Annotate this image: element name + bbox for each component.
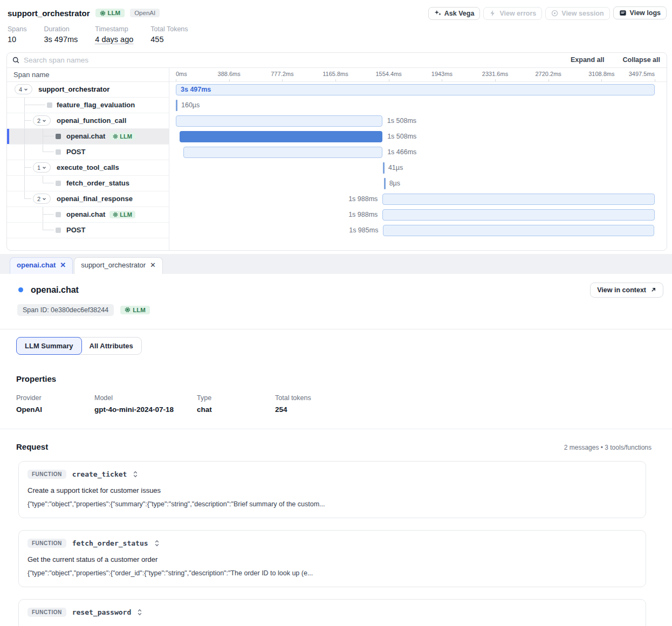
action-button-view-logs[interactable]: View logs <box>613 6 667 19</box>
request-meta: 2 messages • 3 tools/functions <box>564 444 652 451</box>
span-timeline-cell: 41µs <box>169 160 667 176</box>
property-model: Modelgpt-4o-mini-2024-07-18 <box>94 394 197 414</box>
span-name: fetch_order_status <box>66 179 129 187</box>
view-in-context-button[interactable]: View in context <box>590 283 663 298</box>
span-row[interactable]: 2openai_function_call1s 508ms <box>7 113 667 129</box>
axis-tick-mark <box>548 79 549 81</box>
duration-bar[interactable] <box>176 84 655 95</box>
search-input[interactable]: Search span names <box>24 56 552 64</box>
axis-tick-mark <box>389 79 389 81</box>
function-card: FUNCTIONcreate_ticketCreate a support ti… <box>18 461 646 518</box>
span-collapse-toggle[interactable]: 4 <box>15 84 32 94</box>
span-row[interactable]: openai.chatLLM1s 988ms <box>7 207 667 223</box>
duration-bar[interactable] <box>183 147 382 158</box>
properties-heading: Properties <box>16 374 672 383</box>
duration-bar[interactable] <box>384 178 386 189</box>
span-row[interactable]: 2openai_final_response1s 988ms <box>7 191 667 207</box>
span-name: openai_final_response <box>57 195 133 203</box>
collapse-all-button[interactable]: Collapse all <box>623 56 660 64</box>
span-leaf-icon <box>47 102 52 108</box>
tree-elbow-line <box>43 129 54 136</box>
span-row[interactable]: 4support_orchestrator3s 497ms <box>7 82 667 98</box>
action-button-view-errors[interactable]: View errors <box>483 7 542 20</box>
span-collapse-toggle[interactable]: 2 <box>33 194 51 204</box>
tree-guide-line <box>24 145 25 160</box>
detail-tab-support_orchestrator[interactable]: support_orchestrator✕ <box>74 257 163 274</box>
span-row[interactable]: feature_flag_evaluation160µs <box>7 98 667 113</box>
stat-spans: Spans10 <box>8 25 26 44</box>
axis-tick-label: 3108.8ms <box>588 71 614 77</box>
span-row[interactable]: fetch_order_status8µs <box>7 176 667 191</box>
span-timeline-cell: 8µs <box>169 176 667 191</box>
span-tree-cell[interactable]: 4support_orchestrator <box>7 82 169 98</box>
property-value: 254 <box>275 405 672 414</box>
timeline-axis: 0ms388.6ms777.2ms1165.8ms1554.4ms1943ms2… <box>169 68 667 81</box>
span-name: support_orchestrator <box>38 85 109 93</box>
stat-label: Total Tokens <box>150 25 188 33</box>
axis-tick-mark <box>229 79 230 81</box>
span-tree-cell[interactable]: 2openai_function_call <box>7 113 169 129</box>
detail-span-title: openai.chat <box>31 285 79 295</box>
page-title: support_orchestrator <box>8 9 90 18</box>
span-tree-cell[interactable]: openai.chatLLM <box>7 129 169 145</box>
timeline-track: 41µs <box>176 160 655 176</box>
stat-value: 3s 497ms <box>44 35 78 44</box>
span-row[interactable]: POST1s 466ms <box>7 145 667 160</box>
chevron-down-icon <box>42 196 46 202</box>
function-tag: FUNCTION <box>28 470 66 479</box>
axis-tick-mark <box>601 79 602 81</box>
tree-guide-line <box>24 168 25 175</box>
axis-tick-label: 2331.6ms <box>482 71 508 77</box>
duration-bar[interactable] <box>180 131 382 142</box>
duration-label: 1s 466ms <box>387 148 416 156</box>
expand-collapse-icon[interactable] <box>137 609 142 616</box>
tab-all-attributes[interactable]: All Attributes <box>81 338 141 354</box>
detail-view-switcher: LLM SummaryAll Attributes <box>16 337 142 355</box>
expand-collapse-icon[interactable] <box>154 540 160 547</box>
duration-bar[interactable] <box>382 209 655 221</box>
span-tree-cell[interactable]: 1execute_tool_calls <box>7 160 169 176</box>
detail-tab-strip: openai.chat✕support_orchestrator✕ <box>0 254 672 274</box>
stat-value[interactable]: 4 days ago <box>95 35 133 44</box>
duration-bar[interactable] <box>382 194 655 205</box>
axis-tick-label: 1554.4ms <box>376 71 402 77</box>
span-name: openai.chat <box>66 210 105 218</box>
span-tree-cell[interactable]: POST <box>7 145 169 160</box>
span-leaf-icon <box>56 212 61 217</box>
axis-tick-label: 0ms <box>176 71 187 77</box>
duration-bar[interactable] <box>176 115 382 127</box>
action-button-view-session[interactable]: View session <box>545 7 609 20</box>
span-collapse-toggle[interactable]: 2 <box>33 115 51 126</box>
action-button-ask-vega[interactable]: Ask Vega <box>428 7 481 20</box>
expand-all-button[interactable]: Expand all <box>571 56 605 64</box>
llm-badge: LLM <box>109 133 135 140</box>
span-row[interactable]: 1execute_tool_calls41µs <box>7 160 667 176</box>
span-row[interactable]: openai.chatLLM1s 508ms <box>7 129 667 145</box>
close-icon[interactable]: ✕ <box>60 261 66 269</box>
detail-tab-openai.chat[interactable]: openai.chat✕ <box>10 257 73 274</box>
tree-elbow-line <box>24 160 31 168</box>
span-tree-cell[interactable]: openai.chatLLM <box>7 207 169 223</box>
span-collapse-toggle[interactable]: 1 <box>33 162 51 173</box>
function-schema: {"type":"object","properties":{"summary"… <box>28 500 637 508</box>
llm-badge-label: LLM <box>120 133 132 140</box>
axis-tick-mark <box>495 79 496 81</box>
stat-total-tokens: Total Tokens455 <box>150 25 188 44</box>
span-row[interactable]: POST1s 985ms <box>7 223 667 238</box>
duration-bar[interactable] <box>383 225 654 236</box>
span-tree-cell[interactable]: fetch_order_status <box>7 176 169 191</box>
timeline-track: 3s 497ms <box>176 82 655 98</box>
function-card-header: FUNCTIONfetch_order_status <box>28 539 637 548</box>
axis-tick-mark <box>282 79 283 81</box>
function-card: FUNCTIONreset_passwordInitiate password … <box>18 599 646 626</box>
tab-llm-summary[interactable]: LLM Summary <box>16 337 82 355</box>
tree-guide-line <box>24 176 25 191</box>
span-tree-cell[interactable]: POST <box>7 223 169 238</box>
span-tree-cell[interactable]: feature_flag_evaluation <box>7 98 169 113</box>
close-icon[interactable]: ✕ <box>150 261 156 269</box>
duration-bar[interactable] <box>176 100 177 111</box>
span-tree-cell[interactable]: 2openai_final_response <box>7 191 169 207</box>
expand-collapse-icon[interactable] <box>133 471 138 478</box>
llm-badge: LLM <box>109 211 135 218</box>
duration-bar[interactable] <box>383 162 385 174</box>
